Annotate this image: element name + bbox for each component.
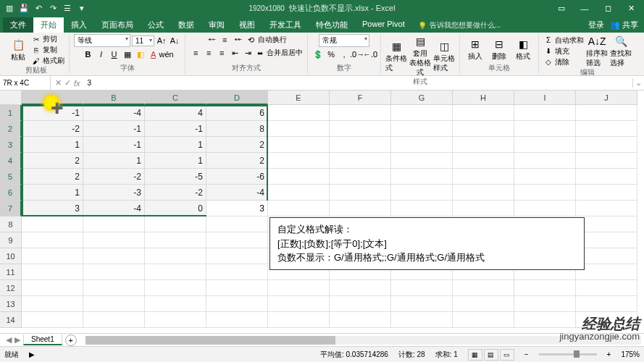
cell-J12[interactable] bbox=[576, 280, 637, 296]
column-header-E[interactable]: E bbox=[268, 90, 330, 105]
cell-J2[interactable] bbox=[576, 121, 637, 137]
cell-F12[interactable] bbox=[330, 280, 391, 296]
cell-A6[interactable]: 1 bbox=[22, 185, 83, 201]
cell-A5[interactable]: 2 bbox=[22, 169, 83, 185]
cell-B9[interactable] bbox=[83, 232, 145, 248]
normal-view-button[interactable]: ▦ bbox=[468, 349, 482, 361]
cell-F6[interactable] bbox=[330, 185, 391, 201]
sheet-nav-next[interactable]: ▶ bbox=[14, 335, 20, 345]
cell-G13[interactable] bbox=[391, 296, 453, 312]
cell-I4[interactable] bbox=[514, 153, 576, 169]
align-center-button[interactable]: ≡ bbox=[203, 47, 214, 59]
ribbon-options-icon[interactable]: ▭ bbox=[551, 2, 572, 15]
cell-D11[interactable] bbox=[206, 264, 268, 280]
cell-G5[interactable] bbox=[391, 169, 453, 185]
format-table-button[interactable]: ▤套用 表格格式 bbox=[409, 34, 431, 77]
phonetic-button[interactable]: wén bbox=[161, 49, 172, 60]
cell-J7[interactable] bbox=[576, 201, 637, 216]
cell-C1[interactable]: 4 bbox=[145, 105, 206, 121]
enter-icon[interactable]: ✓ bbox=[64, 78, 71, 88]
cell-J14[interactable] bbox=[576, 312, 637, 328]
new-sheet-button[interactable]: + bbox=[65, 334, 77, 346]
row-header-2[interactable]: 2 bbox=[0, 121, 22, 137]
cell-E7[interactable] bbox=[268, 201, 330, 216]
number-format-select[interactable]: 常规 bbox=[319, 34, 369, 47]
cell-F1[interactable] bbox=[330, 105, 391, 121]
cell-I12[interactable] bbox=[514, 280, 576, 296]
row-header-10[interactable]: 10 bbox=[0, 248, 22, 264]
ribbon-tab-开发工具[interactable]: 开发工具 bbox=[262, 17, 309, 33]
delete-cells-button[interactable]: ⊟删除 bbox=[488, 37, 510, 62]
cell-B13[interactable] bbox=[83, 296, 145, 312]
cell-J8[interactable] bbox=[576, 216, 637, 232]
cell-B1[interactable]: -4 bbox=[83, 105, 145, 121]
page-layout-view-button[interactable]: ▤ bbox=[484, 349, 498, 361]
font-name-select[interactable]: 等线 bbox=[74, 34, 130, 47]
ribbon-tab-页面布局[interactable]: 页面布局 bbox=[94, 17, 141, 33]
cell-J10[interactable] bbox=[576, 248, 637, 264]
close-button[interactable]: ✕ bbox=[621, 2, 641, 15]
undo-icon[interactable]: ↶ bbox=[32, 2, 45, 15]
fill-color-button[interactable]: ◧ bbox=[135, 49, 146, 60]
cell-J9[interactable] bbox=[576, 232, 637, 248]
cell-D2[interactable]: 8 bbox=[206, 121, 268, 137]
touch-mode-icon[interactable]: ☰ bbox=[61, 2, 74, 15]
bold-button[interactable]: B bbox=[83, 49, 94, 60]
cell-C3[interactable]: 1 bbox=[145, 137, 206, 153]
cell-A1[interactable]: -1 bbox=[22, 105, 83, 121]
cell-H13[interactable] bbox=[453, 296, 514, 312]
fill-button[interactable]: ⬇填充 bbox=[543, 46, 584, 56]
cell-B2[interactable]: -1 bbox=[83, 121, 145, 137]
cell-G4[interactable] bbox=[391, 153, 453, 169]
ribbon-tab-数据[interactable]: 数据 bbox=[171, 17, 201, 33]
cell-E14[interactable] bbox=[268, 312, 330, 328]
cell-I6[interactable] bbox=[514, 185, 576, 201]
row-header-6[interactable]: 6 bbox=[0, 185, 22, 201]
cell-F3[interactable] bbox=[330, 137, 391, 153]
row-header-3[interactable]: 3 bbox=[0, 137, 22, 153]
cell-H1[interactable] bbox=[453, 105, 514, 121]
cell-C9[interactable] bbox=[145, 232, 206, 248]
cell-D7[interactable]: 3 bbox=[206, 201, 268, 216]
cell-H2[interactable] bbox=[453, 121, 514, 137]
row-header-1[interactable]: 1 bbox=[0, 105, 22, 121]
row-header-7[interactable]: 7 bbox=[0, 201, 22, 216]
cell-A2[interactable]: -2 bbox=[22, 121, 83, 137]
cell-A13[interactable] bbox=[22, 296, 83, 312]
merge-center-button[interactable]: ⬌合并后居中 bbox=[255, 48, 303, 58]
cancel-icon[interactable]: ✕ bbox=[55, 78, 62, 88]
row-header-9[interactable]: 9 bbox=[0, 232, 22, 248]
cell-C10[interactable] bbox=[145, 248, 206, 264]
share-button[interactable]: 👥 共享 bbox=[610, 20, 638, 30]
cell-F4[interactable] bbox=[330, 153, 391, 169]
sheet-nav-prev[interactable]: ◀ bbox=[6, 335, 12, 345]
cell-H7[interactable] bbox=[453, 201, 514, 216]
login-link[interactable]: 登录 bbox=[588, 20, 604, 30]
cell-D1[interactable]: 6 bbox=[206, 105, 268, 121]
format-painter-button[interactable]: 🖌格式刷 bbox=[31, 56, 64, 66]
cell-G12[interactable] bbox=[391, 280, 453, 296]
cell-J4[interactable] bbox=[576, 153, 637, 169]
cell-E12[interactable] bbox=[268, 280, 330, 296]
wrap-text-button[interactable]: 自动换行 bbox=[258, 35, 287, 45]
zoom-out-button[interactable]: − bbox=[524, 350, 529, 358]
column-header-C[interactable]: C bbox=[145, 90, 206, 105]
cell-D3[interactable]: 2 bbox=[206, 137, 268, 153]
cell-F13[interactable] bbox=[330, 296, 391, 312]
cell-C6[interactable]: -2 bbox=[145, 185, 206, 201]
cell-A9[interactable] bbox=[22, 232, 83, 248]
font-size-select[interactable]: 11 bbox=[132, 35, 154, 46]
ribbon-tab-公式[interactable]: 公式 bbox=[141, 17, 171, 33]
cell-C5[interactable]: -5 bbox=[145, 169, 206, 185]
cell-styles-button[interactable]: ◫单元格样式 bbox=[433, 39, 455, 73]
qat-dropdown-icon[interactable]: ▾ bbox=[75, 2, 88, 15]
column-header-J[interactable]: J bbox=[576, 90, 637, 105]
cell-B10[interactable] bbox=[83, 248, 145, 264]
cell-D4[interactable]: 2 bbox=[206, 153, 268, 169]
cell-H4[interactable] bbox=[453, 153, 514, 169]
cell-F2[interactable] bbox=[330, 121, 391, 137]
cell-C4[interactable]: 1 bbox=[145, 153, 206, 169]
row-header-11[interactable]: 11 bbox=[0, 264, 22, 280]
ribbon-tab-视图[interactable]: 视图 bbox=[232, 17, 262, 33]
cell-D10[interactable] bbox=[206, 248, 268, 264]
